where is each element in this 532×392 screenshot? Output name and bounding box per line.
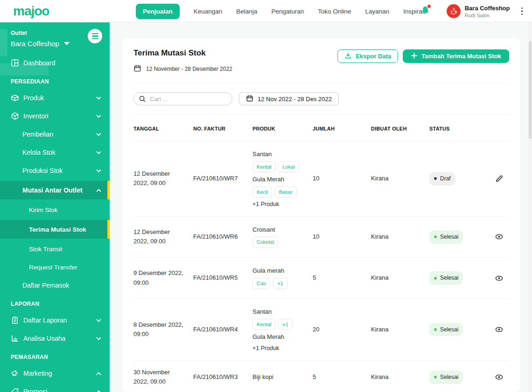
product-name: Santan	[252, 150, 306, 159]
cube-icon	[11, 112, 19, 120]
download-icon	[344, 52, 352, 61]
status-dot	[434, 235, 437, 238]
cell-tanggal: 12 Desember 2022, 09:00	[133, 169, 193, 188]
majoo-logo[interactable]: majoo	[13, 4, 49, 19]
avatar[interactable]	[447, 4, 461, 18]
user-subtitle: Rudi Salim	[465, 13, 510, 18]
table-row: 30 November 2022, 09:00 FA/210610/WR3 Bi…	[133, 360, 509, 392]
sidebar-item-label: Kelola Stok	[22, 149, 56, 156]
content-card: Terima Mutasi Stok 12 November - 28 Dese…	[122, 38, 520, 392]
date-filter-button[interactable]: 12 Nov 2022 - 28 Des 2022	[239, 92, 339, 105]
product-more[interactable]: +1 Produk	[252, 200, 306, 209]
sidebar-item-dashboard[interactable]: Dashboard	[0, 55, 110, 71]
tag-icon	[11, 387, 19, 392]
col-dibuat-oleh: DIBUAT OLEH	[371, 126, 429, 131]
plus-icon	[411, 52, 418, 61]
cell-dibuat-oleh: Kirana	[371, 325, 429, 334]
sidebar-item-request-transfer[interactable]: Request Transfer	[0, 259, 110, 275]
sidebar-item-produksi-stok[interactable]: Produksi Stok	[0, 163, 110, 179]
sidebar-item-terima-mutasi-stok[interactable]: Terima Mutasi Stok	[0, 220, 110, 239]
notification-dot	[427, 5, 431, 8]
notification-bell-icon[interactable]	[421, 6, 430, 17]
sidebar-item-mutasi-antar-outlet[interactable]: Mutasi Antar Outlet	[0, 181, 110, 199]
search-input[interactable]	[133, 92, 232, 105]
col-tanggal: TANGGAL	[133, 126, 193, 131]
nav-right-cluster: Bara Coffeshop Rudi Salim	[421, 0, 525, 22]
product-tag: Cokelat	[252, 237, 278, 248]
tab-pengaturan[interactable]: Pengaturan	[271, 8, 304, 15]
sidebar-item-daftar-laporan[interactable]: Daftar Laporan	[0, 312, 110, 328]
card-header: Terima Mutasi Stok 12 November - 28 Dese…	[133, 38, 509, 74]
cell-status: Selesai	[429, 323, 495, 337]
edit-icon[interactable]	[495, 174, 504, 183]
sidebar-item-kelola-stok[interactable]: Kelola Stok	[0, 144, 110, 160]
tab-keuangan[interactable]: Keuangan	[194, 8, 223, 15]
sidebar-item-label: Stok Transit	[29, 246, 62, 253]
table-row: 12 Desember 2022, 09:00 FA/210610/WR7 Sa…	[133, 141, 509, 216]
status-dot	[434, 277, 437, 280]
outlet-dropdown[interactable]: Bara Coffeshop	[11, 40, 102, 48]
tab-belanja[interactable]: Belanja	[236, 8, 257, 15]
page-scrollbar[interactable]	[528, 22, 532, 392]
cell-status: Draf	[429, 172, 495, 186]
chevron-down-icon	[96, 133, 101, 136]
product-name: Gula merah	[252, 266, 306, 275]
sidebar-item-label: Marketing	[23, 370, 52, 377]
product-name: Biji kopi	[252, 372, 306, 382]
bar-chart-icon	[11, 334, 19, 343]
sidebar-item-inventori[interactable]: Inventori	[0, 108, 110, 124]
sidebar-item-stok-transit[interactable]: Stok Transit	[0, 241, 110, 257]
sidebar: Outlet Bara Coffeshop Dashboard PERSEDIA…	[0, 22, 110, 392]
sidebar-item-pembelian[interactable]: Pembelian	[0, 126, 110, 142]
status-badge: Draf	[429, 172, 455, 186]
cell-jumlah: 20	[313, 325, 371, 334]
export-data-button[interactable]: Ekspor Data	[337, 49, 398, 63]
main-nav-tabs: Penjualan Keuangan Belanja Pengaturan To…	[136, 0, 427, 22]
chevron-down-icon	[96, 96, 101, 100]
status-badge: Selesai	[429, 371, 463, 384]
sidebar-collapse-button[interactable]	[88, 29, 102, 43]
tab-layanan[interactable]: Layanan	[365, 8, 390, 15]
sidebar-item-promosi[interactable]: Promosi	[0, 384, 110, 392]
page-title: Terima Mutasi Stok	[133, 48, 232, 58]
cell-faktur: FA/210610/WR6	[193, 232, 252, 241]
product-name: Santan	[252, 307, 306, 316]
product-tag: Lokal	[278, 161, 299, 172]
sidebar-item-daftar-pemasok[interactable]: Daftar Pemasok	[0, 277, 110, 293]
product-more[interactable]: +1 Produk	[252, 344, 306, 353]
cell-dibuat-oleh: Kirana	[371, 174, 429, 183]
view-icon[interactable]	[495, 274, 504, 282]
tab-toko-online[interactable]: Toko Online	[318, 8, 351, 15]
status-badge: Selesai	[429, 323, 463, 337]
sidebar-item-marketing[interactable]: Marketing	[0, 365, 110, 381]
scrollbar-thumb[interactable]	[529, 41, 532, 139]
view-icon[interactable]	[495, 373, 504, 381]
cell-dibuat-oleh: Kirana	[371, 273, 429, 282]
cell-produk: Biji kopi	[252, 371, 313, 383]
section-persediaan: PERSEDIAAN	[0, 78, 110, 85]
box-icon	[11, 94, 19, 102]
sidebar-item-analisa-usaha[interactable]: Analisa Usaha	[0, 330, 110, 346]
cell-produk: Gula merah Cair +1	[252, 265, 313, 291]
table-row: 12 Desember 2022, 09:00 FA/210610/WR6 Cr…	[133, 216, 509, 257]
sidebar-item-label: Daftar Laporan	[23, 316, 67, 324]
cell-produk: Santan Kental Lokal Gula Merah Kecil Bes…	[252, 148, 313, 209]
cell-tanggal: 30 November 2022, 09:00	[133, 368, 193, 386]
user-info[interactable]: Bara Coffeshop Rudi Salim	[465, 5, 510, 18]
cell-jumlah: 5	[313, 372, 371, 382]
product-tag[interactable]: +1	[278, 319, 293, 330]
tab-penjualan[interactable]: Penjualan	[136, 4, 180, 19]
view-icon[interactable]	[495, 233, 504, 241]
outlet-name: Bara Coffeshop	[11, 40, 59, 48]
col-jumlah: JUMLAH	[313, 126, 371, 131]
header-date-range: 12 November - 28 Desember 2022	[133, 64, 232, 74]
chevron-up-icon	[96, 189, 101, 192]
product-tag[interactable]: +1	[273, 278, 287, 289]
table-header-row: TANGGAL NO. FAKTUR PRODUK JUMLAH DIBUAT …	[133, 115, 509, 141]
cell-jumlah: 10	[313, 174, 371, 183]
add-terima-mutasi-stok-button[interactable]: Tambah Terima Mutasi Stok	[403, 49, 509, 63]
kebab-menu-icon[interactable]	[518, 6, 526, 17]
sidebar-item-kirim-stok[interactable]: Kirim Stok	[0, 202, 110, 218]
view-icon[interactable]	[495, 325, 504, 334]
sidebar-item-produk[interactable]: Produk	[0, 90, 110, 106]
